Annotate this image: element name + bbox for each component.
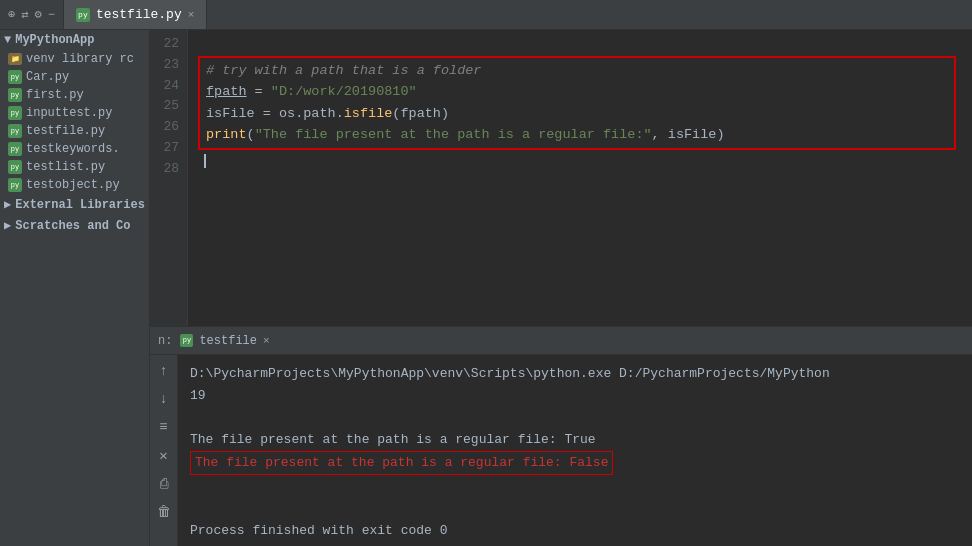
- print-icon[interactable]: ⎙: [160, 476, 168, 492]
- tab-bar: ⊕ ⇄ ⚙ − py testfile.py ×: [0, 0, 972, 30]
- sidebar-root[interactable]: ▼ MyPythonApp: [0, 30, 149, 50]
- terminal-label: n:: [158, 334, 172, 348]
- code-line-22: [204, 34, 956, 56]
- sidebar-item-testlist[interactable]: py testlist.py: [0, 158, 149, 176]
- py-file-icon: py: [8, 70, 22, 84]
- output-line-7: [190, 498, 960, 520]
- up-arrow-icon[interactable]: ↑: [159, 363, 167, 379]
- sidebar-item-scratches[interactable]: ▶ Scratches and Co: [0, 215, 149, 236]
- sidebar-item-label: inputtest.py: [26, 106, 112, 120]
- main-content: ▼ MyPythonApp 📁 venv library rc py Car.p…: [0, 30, 972, 546]
- editor-area: 22 23 24 25 26 27 28 # try with a path t…: [150, 30, 972, 546]
- file-py-icon: py: [76, 8, 90, 22]
- sidebar-item-car[interactable]: py Car.py: [0, 68, 149, 86]
- nav-icon-2[interactable]: ⇄: [21, 7, 28, 22]
- stop-icon[interactable]: ✕: [159, 447, 167, 464]
- line-num-23: 23: [150, 55, 179, 76]
- sidebar-item-first[interactable]: py first.py: [0, 86, 149, 104]
- tab-close-button[interactable]: ×: [188, 9, 195, 21]
- line-num-26: 26: [150, 117, 179, 138]
- sidebar-item-label: testlist.py: [26, 160, 105, 174]
- code-line-25: isFile = os.path.isfile(fpath): [206, 103, 948, 125]
- nav-icon-1[interactable]: ⊕: [8, 7, 15, 22]
- code-line-23: # try with a path that is a folder: [206, 60, 948, 82]
- output-line-3: [190, 407, 960, 429]
- line-num-25: 25: [150, 96, 179, 117]
- sidebar-item-inputtest[interactable]: py inputtest.py: [0, 104, 149, 122]
- sidebar-item-testobject[interactable]: py testobject.py: [0, 176, 149, 194]
- terminal-py-icon: py: [180, 334, 193, 347]
- line-num-27: 27: [150, 138, 179, 159]
- down-arrow-icon[interactable]: ↓: [159, 391, 167, 407]
- terminal-tab-bar: n: py testfile ×: [150, 327, 972, 355]
- line-num-22: 22: [150, 34, 179, 55]
- code-line-24: fpath = "D:/work/20190810": [206, 81, 948, 103]
- output-line-2: 19: [190, 385, 960, 407]
- code-line-27: [204, 150, 956, 172]
- sidebar-item-label: testkeywords.: [26, 142, 120, 156]
- line-num-28: 28: [150, 159, 179, 180]
- minimize-icon[interactable]: −: [48, 8, 55, 22]
- rerun-icon[interactable]: ≡: [159, 419, 167, 435]
- sidebar-item-label: testfile.py: [26, 124, 105, 138]
- sidebar-item-external-libraries[interactable]: ▶ External Libraries: [0, 194, 149, 215]
- output-line-5: The file present at the path is a regula…: [190, 451, 960, 475]
- chevron-right-icon: ▶: [4, 197, 11, 212]
- py-file-icon: py: [8, 106, 22, 120]
- terminal-tab-close[interactable]: ×: [263, 335, 270, 347]
- terminal-area: n: py testfile × ↑ ↓ ≡ ✕ ⎙ 🗑 D:\PycharmP: [150, 326, 972, 546]
- output-line-8: Process finished with exit code 0: [190, 520, 960, 542]
- terminal-output: D:\PycharmProjects\MyPythonApp\venv\Scri…: [178, 355, 972, 546]
- trash-icon[interactable]: 🗑: [157, 504, 171, 520]
- highlighted-code-block: # try with a path that is a folder fpath…: [198, 56, 956, 150]
- line-numbers: 22 23 24 25 26 27 28: [150, 30, 188, 326]
- error-output: The file present at the path is a regula…: [190, 451, 613, 475]
- tab-label: testfile.py: [96, 7, 182, 22]
- sidebar-item-testfile[interactable]: py testfile.py: [0, 122, 149, 140]
- py-file-icon: py: [8, 124, 22, 138]
- sidebar-item-testkeywords[interactable]: py testkeywords.: [0, 140, 149, 158]
- settings-icon[interactable]: ⚙: [34, 7, 41, 22]
- output-line-1: D:\PycharmProjects\MyPythonApp\venv\Scri…: [190, 363, 960, 385]
- sidebar-item-label: testobject.py: [26, 178, 120, 192]
- py-file-icon: py: [8, 88, 22, 102]
- terminal-content: ↑ ↓ ≡ ✕ ⎙ 🗑 D:\PycharmProjects\MyPythonA…: [150, 355, 972, 546]
- sidebar-item-label: venv library rc: [26, 52, 134, 66]
- py-file-icon: py: [8, 178, 22, 192]
- sidebar-item-venv[interactable]: 📁 venv library rc: [0, 50, 149, 68]
- code-line-28: [204, 172, 956, 194]
- sidebar: ▼ MyPythonApp 📁 venv library rc py Car.p…: [0, 30, 150, 546]
- sidebar-item-label: Scratches and Co: [15, 219, 130, 233]
- chevron-down-icon: ▼: [4, 33, 11, 47]
- sidebar-item-label: External Libraries: [15, 198, 145, 212]
- terminal-tab[interactable]: py testfile ×: [180, 334, 269, 348]
- tab-bar-icons: ⊕ ⇄ ⚙ −: [0, 7, 63, 22]
- editor-tab-testfile[interactable]: py testfile.py ×: [63, 0, 207, 29]
- output-line-6: [190, 475, 960, 497]
- code-line-26: print("The file present at the path is a…: [206, 124, 948, 146]
- sidebar-root-label: MyPythonApp: [15, 33, 94, 47]
- py-file-icon: py: [8, 160, 22, 174]
- output-line-4: The file present at the path is a regula…: [190, 429, 960, 451]
- code-editor[interactable]: # try with a path that is a folder fpath…: [188, 30, 972, 326]
- chevron-right-icon: ▶: [4, 218, 11, 233]
- sidebar-item-label: Car.py: [26, 70, 69, 84]
- editor-main: 22 23 24 25 26 27 28 # try with a path t…: [150, 30, 972, 326]
- line-num-24: 24: [150, 76, 179, 97]
- terminal-tab-label: testfile: [199, 334, 257, 348]
- sidebar-item-label: first.py: [26, 88, 84, 102]
- folder-icon: 📁: [8, 53, 22, 65]
- py-file-icon: py: [8, 142, 22, 156]
- terminal-sidebar-icons: ↑ ↓ ≡ ✕ ⎙ 🗑: [150, 355, 178, 546]
